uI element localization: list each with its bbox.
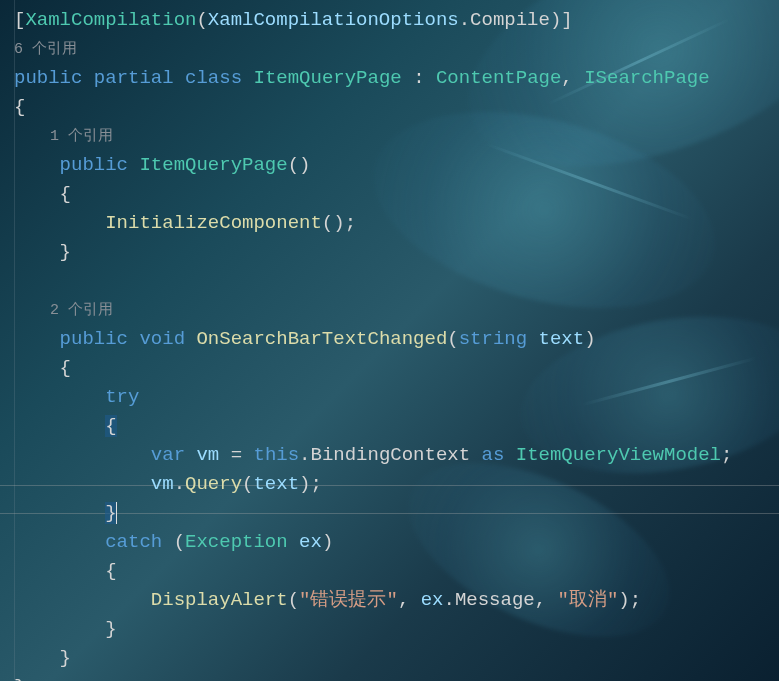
codelens-references[interactable]: 6 个引用 — [14, 35, 779, 64]
dot: . — [299, 444, 310, 466]
code-line[interactable]: } — [14, 615, 779, 644]
brace: { — [14, 96, 25, 118]
comma: , — [535, 589, 546, 611]
keyword: class — [185, 67, 242, 89]
keyword: public — [60, 328, 128, 350]
code-line[interactable]: } — [14, 499, 779, 528]
code-line[interactable]: catch (Exception ex) — [14, 528, 779, 557]
string-literal: "取消" — [558, 589, 619, 611]
paren: ) — [550, 9, 561, 31]
method-call: Query — [185, 473, 242, 495]
enum-type: XamlCompilationOptions — [208, 9, 459, 31]
code-line[interactable]: } — [14, 644, 779, 673]
brace: { — [60, 357, 71, 379]
keyword: public — [60, 154, 128, 176]
local-var: vm — [196, 444, 219, 466]
paren: ( — [288, 589, 299, 611]
keyword: var — [151, 444, 185, 466]
code-line[interactable]: [XamlCompilation(XamlCompilationOptions.… — [14, 6, 779, 35]
type-name: ItemQueryViewModel — [516, 444, 721, 466]
code-line[interactable] — [14, 267, 779, 296]
keyword: catch — [105, 531, 162, 553]
codelens-text: 1 个引用 — [50, 128, 113, 145]
code-line[interactable]: { — [14, 354, 779, 383]
dot: . — [444, 589, 455, 611]
code-line[interactable]: var vm = this.BindingContext as ItemQuer… — [14, 441, 779, 470]
paren: ) — [584, 328, 595, 350]
keyword: this — [253, 444, 299, 466]
local-var: vm — [151, 473, 174, 495]
method-name: OnSearchBarTextChanged — [196, 328, 447, 350]
semicolon: ; — [310, 473, 321, 495]
code-line[interactable]: { — [14, 180, 779, 209]
brace: { — [105, 560, 116, 582]
keyword: string — [459, 328, 527, 350]
code-line[interactable]: InitializeComponent(); — [14, 209, 779, 238]
code-line[interactable]: } — [14, 238, 779, 267]
class-name: ItemQueryPage — [253, 67, 401, 89]
code-line[interactable]: public ItemQueryPage() — [14, 151, 779, 180]
code-line[interactable]: } — [14, 673, 779, 681]
enum-member: Compile — [470, 9, 550, 31]
bracket: [ — [14, 9, 25, 31]
dot: . — [174, 473, 185, 495]
code-line[interactable]: { — [14, 93, 779, 122]
paren: ( — [288, 154, 299, 176]
code-line[interactable]: { — [14, 557, 779, 586]
property: Message — [455, 589, 535, 611]
method-call: InitializeComponent — [105, 212, 322, 234]
string-literal: "错误提示" — [299, 589, 398, 611]
paren: ) — [333, 212, 344, 234]
cursor-caret — [116, 502, 117, 524]
code-line[interactable]: public partial class ItemQueryPage : Con… — [14, 64, 779, 93]
semicolon: ; — [345, 212, 356, 234]
code-line[interactable]: DisplayAlert("错误提示", ex.Message, "取消"); — [14, 586, 779, 615]
paren: ( — [447, 328, 458, 350]
keyword: try — [105, 386, 139, 408]
parameter: ex — [299, 531, 322, 553]
property: BindingContext — [311, 444, 471, 466]
paren: ) — [322, 531, 333, 553]
paren: ) — [618, 589, 629, 611]
semicolon: ; — [721, 444, 732, 466]
colon: : — [413, 67, 424, 89]
keyword: public — [14, 67, 82, 89]
base-type: ContentPage — [436, 67, 561, 89]
brace: { — [60, 183, 71, 205]
paren: ( — [322, 212, 333, 234]
brace: } — [14, 676, 25, 681]
parameter: text — [539, 328, 585, 350]
ctor-name: ItemQueryPage — [139, 154, 287, 176]
code-line[interactable]: { — [14, 412, 779, 441]
keyword: void — [139, 328, 185, 350]
dot: . — [459, 9, 470, 31]
code-line[interactable]: try — [14, 383, 779, 412]
code-line[interactable]: public void OnSearchBarTextChanged(strin… — [14, 325, 779, 354]
parameter: ex — [421, 589, 444, 611]
paren: ) — [299, 154, 310, 176]
keyword: partial — [94, 67, 174, 89]
bracket: ] — [561, 9, 572, 31]
equals: = — [231, 444, 242, 466]
paren: ( — [174, 531, 185, 553]
codelens-references[interactable]: 1 个引用 — [14, 122, 779, 151]
attribute-type: XamlCompilation — [25, 9, 196, 31]
code-editor[interactable]: [XamlCompilation(XamlCompilationOptions.… — [0, 0, 779, 681]
brace: } — [60, 241, 71, 263]
codelens-references[interactable]: 2 个引用 — [14, 296, 779, 325]
comma: , — [561, 67, 572, 89]
comma: , — [398, 589, 409, 611]
brace-matched: } — [105, 502, 116, 524]
keyword: as — [482, 444, 505, 466]
code-line[interactable]: vm.Query(text); — [14, 470, 779, 499]
type-name: Exception — [185, 531, 288, 553]
brace: } — [105, 618, 116, 640]
paren: ( — [196, 9, 207, 31]
method-call: DisplayAlert — [151, 589, 288, 611]
brace: } — [60, 647, 71, 669]
brace-matched: { — [105, 415, 116, 437]
interface-type: ISearchPage — [584, 67, 709, 89]
codelens-text: 2 个引用 — [50, 302, 113, 319]
semicolon: ; — [630, 589, 641, 611]
parameter: text — [253, 473, 299, 495]
